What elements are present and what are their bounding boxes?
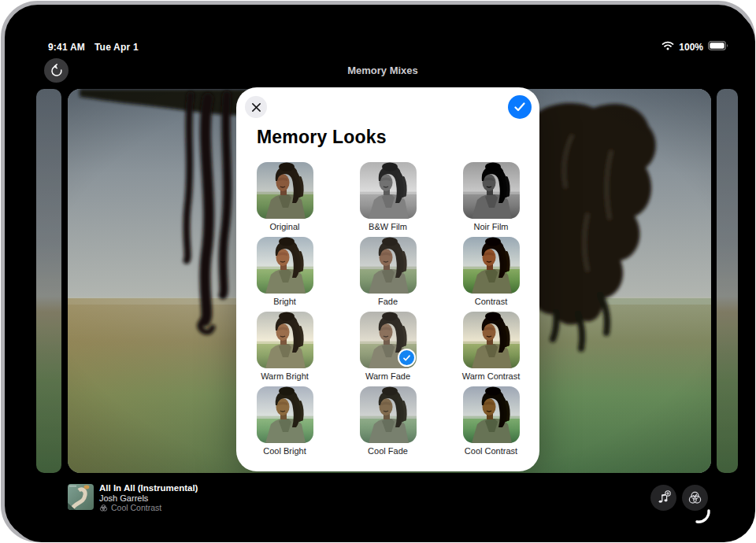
status-time: 9:41 AM — [48, 42, 85, 53]
look-label: Fade — [378, 297, 398, 306]
look-thumbnail — [257, 386, 313, 443]
look-option-original[interactable]: Original — [233, 162, 336, 237]
status-bar-right: 100% — [662, 41, 728, 53]
selected-check-badge — [398, 349, 416, 367]
modal-title: Memory Looks — [257, 127, 387, 148]
battery-percent: 100% — [679, 42, 703, 53]
previous-memory-card[interactable] — [36, 89, 61, 473]
look-thumbnail — [360, 237, 417, 294]
screen: 9:41 AM Tue Apr 1 100% Memory Mixes — [10, 10, 755, 542]
song-title: All In All (Instrumental) — [99, 483, 198, 493]
look-label: Noir Film — [474, 222, 509, 231]
look-thumbnail — [257, 312, 313, 368]
portrait-thumbnail — [257, 237, 313, 294]
filters-check-icon — [687, 490, 702, 505]
look-label: Cool Fade — [368, 446, 408, 456]
portrait-thumbnail — [463, 312, 520, 368]
add-music-button[interactable] — [650, 485, 676, 511]
music-add-icon — [656, 490, 671, 505]
look-thumbnail — [463, 386, 520, 443]
memory-looks-modal: Memory Looks Original B&W Film Noir Film… — [236, 87, 539, 471]
look-thumbnail — [257, 162, 313, 219]
undo-button[interactable] — [44, 58, 69, 83]
look-option-warm-contrast[interactable]: Warm Contrast — [439, 312, 543, 386]
portrait-thumbnail — [257, 162, 313, 219]
song-artist: Josh Garrels — [99, 493, 148, 503]
status-date: Tue Apr 1 — [94, 42, 139, 53]
look-thumbnail — [257, 237, 313, 294]
confirm-button[interactable] — [508, 95, 532, 119]
look-thumbnail — [360, 386, 417, 443]
look-option-noir-film[interactable]: Noir Film — [439, 162, 543, 237]
look-option-bw-film[interactable]: B&W Film — [336, 162, 439, 237]
look-label: B&W Film — [369, 222, 407, 231]
look-thumbnail — [463, 312, 520, 368]
look-option-warm-bright[interactable]: Warm Bright — [233, 312, 336, 386]
look-label: Warm Contrast — [462, 371, 521, 381]
look-label: Warm Bright — [261, 371, 309, 381]
check-icon — [514, 102, 525, 112]
look-label: Cool Contrast — [465, 446, 517, 456]
look-option-contrast[interactable]: Contrast — [439, 237, 543, 312]
look-label: Original — [270, 222, 300, 231]
album-art — [68, 484, 94, 510]
device-frame: 9:41 AM Tue Apr 1 100% Memory Mixes — [1, 1, 755, 542]
portrait-thumbnail — [360, 237, 417, 294]
look-option-warm-fade[interactable]: Warm Fade — [336, 312, 439, 386]
look-option-bright[interactable]: Bright — [233, 237, 336, 312]
ipad-screenshot: 9:41 AM Tue Apr 1 100% Memory Mixes — [0, 0, 756, 543]
look-option-cool-bright[interactable]: Cool Bright — [233, 386, 336, 461]
look-thumbnail — [360, 162, 417, 219]
look-label: Warm Fade — [365, 371, 410, 381]
battery-icon — [708, 41, 728, 53]
look-label: Contrast — [475, 297, 508, 306]
portrait-thumbnail — [360, 162, 417, 219]
close-icon — [251, 102, 261, 113]
look-label: Bright — [273, 297, 296, 306]
portrait-thumbnail — [360, 386, 417, 443]
portrait-thumbnail — [463, 386, 520, 443]
portrait-thumbnail — [257, 312, 313, 368]
undo-icon — [50, 64, 64, 78]
status-bar-left: 9:41 AM Tue Apr 1 — [48, 42, 139, 53]
applied-look-row: Cool Contrast — [99, 503, 161, 512]
looks-grid: Original B&W Film Noir Film Bright Fade … — [233, 162, 543, 461]
portrait-thumbnail — [257, 386, 313, 443]
filters-icon — [99, 504, 108, 512]
applied-look-label: Cool Contrast — [111, 503, 161, 512]
look-thumbnail — [360, 312, 417, 368]
look-option-cool-contrast[interactable]: Cool Contrast — [439, 386, 543, 461]
wifi-icon — [662, 41, 674, 53]
next-memory-card[interactable] — [717, 89, 738, 473]
portrait-thumbnail — [463, 162, 520, 219]
look-label: Cool Bright — [263, 446, 306, 456]
look-thumbnail — [463, 237, 520, 294]
page-title: Memory Mixes — [10, 65, 755, 76]
portrait-thumbnail — [463, 237, 520, 294]
look-option-cool-fade[interactable]: Cool Fade — [336, 386, 439, 461]
look-option-fade[interactable]: Fade — [336, 237, 439, 312]
close-button[interactable] — [245, 96, 267, 118]
pencil-stroke-arc — [692, 505, 713, 529]
look-thumbnail — [463, 162, 520, 219]
